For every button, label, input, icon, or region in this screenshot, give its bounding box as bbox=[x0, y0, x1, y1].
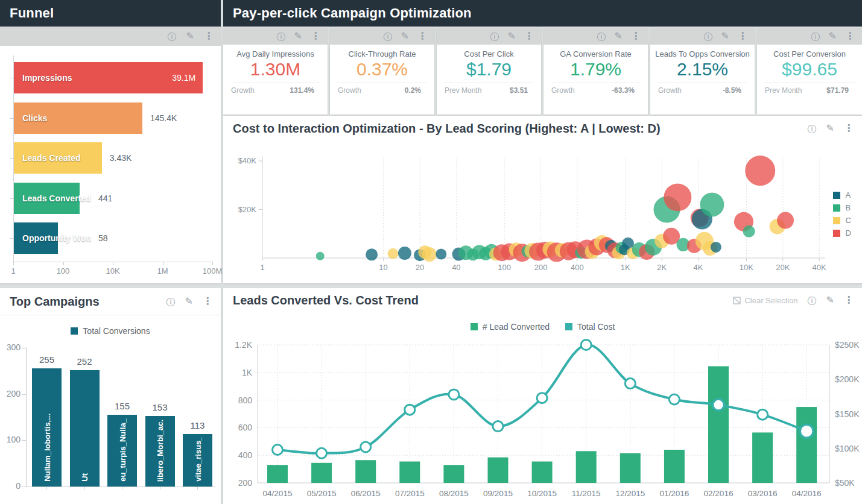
kebab-menu-icon[interactable]: ⋮ bbox=[524, 31, 534, 41]
lead-converted-bar[interactable] bbox=[708, 366, 729, 483]
funnel-bar-leads-created[interactable]: Leads Created bbox=[14, 142, 102, 174]
line-marker[interactable] bbox=[405, 405, 415, 415]
kpi-footer-label: Prev Month bbox=[765, 86, 802, 95]
bubble-score-C[interactable] bbox=[422, 247, 437, 262]
info-icon[interactable]: ⓘ bbox=[384, 32, 393, 41]
edit-icon[interactable]: ✎ bbox=[508, 31, 516, 41]
campaign-bar[interactable]: eu_turpis_Nulla_... bbox=[107, 415, 137, 487]
lead-converted-bar[interactable] bbox=[311, 463, 332, 483]
info-icon[interactable]: ⓘ bbox=[808, 296, 817, 305]
info-icon[interactable]: ⓘ bbox=[808, 124, 817, 133]
info-icon[interactable]: ⓘ bbox=[490, 32, 499, 41]
lead-converted-bar[interactable] bbox=[443, 465, 464, 483]
edit-icon[interactable]: ✎ bbox=[829, 31, 837, 41]
bubble-score-D[interactable] bbox=[745, 156, 775, 186]
axis-label: 10K bbox=[95, 266, 131, 276]
trend-chart: 2004006008001K1.2K$50K$100K$150K$200K$25… bbox=[223, 288, 862, 504]
funnel-bar-leads-converted[interactable]: Leads Converted bbox=[14, 183, 80, 214]
edit-icon[interactable]: ✎ bbox=[185, 297, 193, 306]
bubble-score-B[interactable] bbox=[316, 252, 325, 260]
lead-converted-bar[interactable] bbox=[664, 450, 685, 483]
line-marker[interactable] bbox=[449, 389, 459, 400]
edit-icon[interactable]: ✎ bbox=[826, 295, 834, 305]
legend-item-D[interactable]: D bbox=[833, 228, 851, 238]
bubble-score-A[interactable] bbox=[366, 248, 378, 260]
info-icon[interactable]: ⓘ bbox=[811, 32, 820, 41]
bubble-score-D[interactable] bbox=[664, 183, 691, 211]
axis-label-month: 03/2016 bbox=[748, 489, 778, 498]
info-icon[interactable]: ⓘ bbox=[168, 32, 177, 41]
campaign-bar[interactable]: libero_Morbi_ac... bbox=[145, 416, 175, 487]
lead-converted-bar[interactable] bbox=[620, 453, 641, 483]
clear-selection-button[interactable]: Clear Selection bbox=[733, 296, 797, 305]
line-marker[interactable] bbox=[361, 442, 371, 452]
kebab-menu-icon[interactable]: ⋮ bbox=[417, 31, 427, 41]
info-icon[interactable]: ⓘ bbox=[166, 297, 176, 306]
bubble-score-A[interactable] bbox=[436, 249, 446, 260]
kebab-menu-icon[interactable]: ⋮ bbox=[203, 297, 212, 306]
edit-icon[interactable]: ✎ bbox=[401, 31, 409, 41]
lead-converted-bar[interactable] bbox=[399, 462, 420, 483]
kebab-menu-icon[interactable]: ⋮ bbox=[845, 31, 855, 41]
line-marker[interactable] bbox=[713, 399, 724, 411]
line-marker[interactable] bbox=[317, 448, 327, 458]
line-marker[interactable] bbox=[581, 340, 591, 350]
lead-converted-bar[interactable] bbox=[355, 460, 376, 483]
lead-converted-bar[interactable] bbox=[796, 407, 817, 483]
kebab-menu-icon[interactable]: ⋮ bbox=[844, 295, 854, 305]
lead-converted-bar[interactable] bbox=[532, 462, 553, 483]
info-icon[interactable]: ⓘ bbox=[704, 32, 713, 41]
axis-label: 1 bbox=[0, 266, 31, 276]
axis-label: $100K bbox=[835, 444, 860, 453]
kebab-menu-icon[interactable]: ⋮ bbox=[204, 31, 214, 41]
campaign-bar[interactable]: Ut bbox=[70, 370, 100, 487]
axis-label: 300 bbox=[4, 342, 21, 352]
line-marker[interactable] bbox=[800, 424, 813, 438]
legend-item-B[interactable]: B bbox=[833, 203, 851, 212]
bubble-score-A[interactable] bbox=[398, 247, 411, 260]
legend-item-A[interactable]: A bbox=[833, 191, 851, 200]
campaigns-legend[interactable]: Total Conversions bbox=[0, 326, 221, 336]
axis-tick bbox=[46, 487, 47, 490]
lead-converted-bar[interactable] bbox=[488, 458, 509, 483]
line-marker[interactable] bbox=[758, 409, 768, 420]
line-marker[interactable] bbox=[537, 393, 547, 403]
edit-icon[interactable]: ✎ bbox=[294, 31, 302, 41]
trend-titlebar: Leads Converted Vs. Cost Trend Clear Sel… bbox=[223, 288, 862, 312]
funnel-bar-opportunity-won[interactable]: Opportunity Won bbox=[14, 222, 58, 254]
info-icon[interactable]: ⓘ bbox=[597, 32, 606, 41]
legend-item--lead-converted[interactable]: # Lead Converted bbox=[471, 322, 550, 332]
axis-label-month: 08/2015 bbox=[439, 489, 469, 498]
line-marker[interactable] bbox=[625, 379, 635, 389]
info-icon[interactable]: ⓘ bbox=[277, 32, 286, 41]
bubble-score-C[interactable] bbox=[387, 248, 398, 259]
line-marker[interactable] bbox=[669, 394, 679, 405]
top-campaigns-titlebar: Top Campaigns ⓘ ✎ ⋮ bbox=[0, 288, 221, 315]
edit-icon[interactable]: ✎ bbox=[186, 31, 194, 41]
bubble-score-B[interactable] bbox=[700, 192, 724, 216]
edit-icon[interactable]: ✎ bbox=[721, 31, 729, 41]
bubble-score-A[interactable] bbox=[711, 242, 721, 253]
bubble-score-B[interactable] bbox=[743, 225, 755, 238]
axis-label: $20K bbox=[238, 205, 257, 214]
bubble-score-D[interactable] bbox=[777, 212, 794, 229]
lead-converted-bar[interactable] bbox=[576, 451, 597, 483]
edit-icon[interactable]: ✎ bbox=[826, 124, 834, 133]
kebab-menu-icon[interactable]: ⋮ bbox=[738, 31, 747, 41]
legend-item-total-cost[interactable]: Total Cost bbox=[565, 322, 615, 332]
funnel-bar-clicks[interactable]: Clicks bbox=[14, 102, 142, 134]
line-marker[interactable] bbox=[273, 445, 283, 455]
campaign-bar[interactable]: Nullam_lobortis,... bbox=[32, 368, 62, 487]
kebab-menu-icon[interactable]: ⋮ bbox=[631, 31, 641, 41]
kpi-value: $1.79 bbox=[437, 59, 541, 80]
lead-converted-bar[interactable] bbox=[267, 465, 288, 483]
edit-icon[interactable]: ✎ bbox=[615, 31, 623, 41]
lead-converted-bar[interactable] bbox=[752, 432, 773, 483]
legend-item-C[interactable]: C bbox=[833, 216, 851, 225]
kpi-card-leads-to-opps-conversion: ⓘ ✎ ⋮ Leads To Opps Conversion 2.15% Gro… bbox=[650, 28, 755, 115]
campaign-bar[interactable]: vitae_risus_p... bbox=[183, 434, 212, 487]
kebab-menu-icon[interactable]: ⋮ bbox=[311, 31, 320, 41]
line-marker[interactable] bbox=[493, 421, 503, 432]
axis-label: $200K bbox=[835, 374, 860, 384]
kebab-menu-icon[interactable]: ⋮ bbox=[844, 124, 854, 133]
